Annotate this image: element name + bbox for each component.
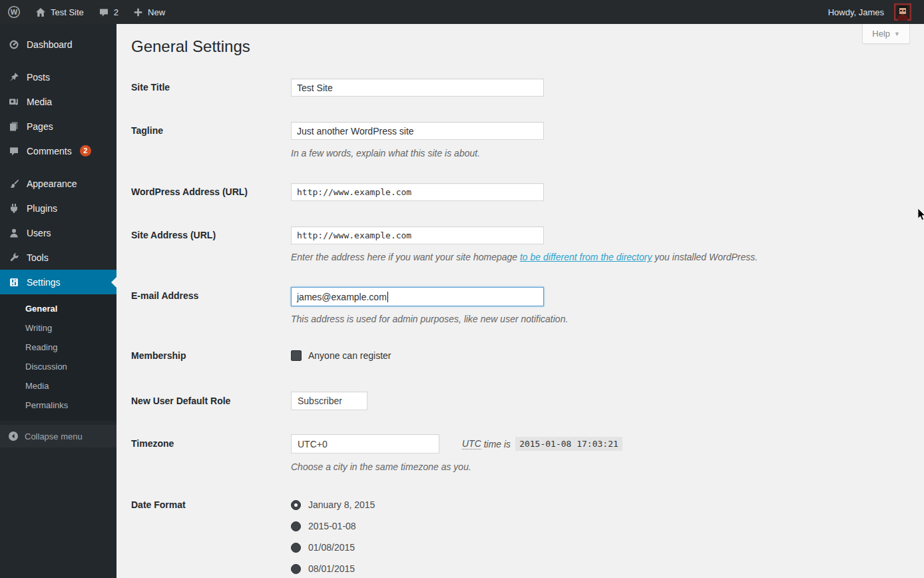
email-input[interactable]: james@example.com bbox=[291, 287, 544, 306]
my-account-menu[interactable]: Howdy, James bbox=[821, 0, 919, 24]
date-format-option[interactable]: 2015-01-08 bbox=[291, 521, 356, 531]
comments-count-badge: 2 bbox=[80, 145, 91, 156]
help-button[interactable]: Help ▼ bbox=[862, 24, 910, 44]
default-role-label: New User Default Role bbox=[131, 392, 291, 410]
user-icon bbox=[8, 228, 20, 238]
comments-shortcut[interactable]: 2 bbox=[91, 0, 126, 24]
submenu-item-media[interactable]: Media bbox=[0, 376, 116, 396]
different-directory-link[interactable]: to be different from the directory bbox=[520, 252, 652, 262]
sidebar-item-label: Users bbox=[27, 228, 51, 238]
sidebar-item-comments[interactable]: Comments 2 bbox=[0, 139, 116, 163]
main-content: Help ▼ General Settings Site Title Tagli… bbox=[116, 24, 924, 578]
mouse-cursor bbox=[918, 208, 924, 222]
membership-checkbox[interactable] bbox=[291, 350, 302, 361]
utc-abbr: UTC bbox=[462, 438, 481, 449]
svg-text:W: W bbox=[10, 9, 17, 16]
radio-icon[interactable] bbox=[291, 564, 301, 574]
plus-icon bbox=[133, 7, 143, 17]
pages-icon bbox=[8, 121, 20, 132]
sidebar-item-pages[interactable]: Pages bbox=[0, 114, 116, 139]
membership-checkbox-label: Anyone can register bbox=[308, 350, 391, 361]
sidebar-item-label: Pages bbox=[27, 121, 53, 132]
utc-time-code: 2015-01-08 17:03:21 bbox=[515, 437, 622, 451]
sidebar-item-label: Dashboard bbox=[27, 39, 73, 50]
default-role-select[interactable]: Subscriber bbox=[291, 392, 367, 410]
new-label: New bbox=[148, 7, 165, 17]
howdy-text: Howdy, James bbox=[828, 7, 884, 17]
tagline-input[interactable] bbox=[291, 122, 544, 140]
brush-icon bbox=[8, 178, 20, 189]
sidebar-item-label: Appearance bbox=[27, 178, 77, 189]
admin-sidebar: Dashboard Posts Media Pages Comments 2 A… bbox=[0, 24, 116, 578]
wordpress-logo-menu[interactable]: W bbox=[0, 0, 28, 24]
site-name: Test Site bbox=[51, 7, 84, 17]
submenu-item-general[interactable]: General bbox=[0, 299, 116, 318]
settings-submenu: General Writing Reading Discussion Media… bbox=[0, 294, 116, 421]
page-title: General Settings bbox=[131, 37, 250, 56]
admin-bar-comment-count: 2 bbox=[114, 7, 118, 17]
wp-address-label: WordPress Address (URL) bbox=[131, 183, 291, 201]
wp-address-input[interactable] bbox=[291, 183, 544, 201]
sidebar-item-label: Plugins bbox=[27, 203, 57, 214]
wordpress-logo-icon: W bbox=[7, 5, 21, 19]
collapse-menu-label: Collapse menu bbox=[25, 432, 83, 441]
pin-icon bbox=[8, 72, 20, 83]
submenu-item-writing[interactable]: Writing bbox=[0, 318, 116, 338]
timezone-label: Timezone bbox=[131, 434, 291, 453]
sidebar-item-plugins[interactable]: Plugins bbox=[0, 196, 116, 220]
sidebar-item-label: Posts bbox=[27, 72, 50, 83]
date-format-option[interactable]: January 8, 2015 bbox=[291, 499, 375, 510]
date-format-option[interactable]: 01/08/2015 bbox=[291, 542, 355, 553]
chevron-down-icon: ▼ bbox=[894, 31, 900, 37]
site-address-input[interactable] bbox=[291, 226, 544, 244]
membership-label: Membership bbox=[131, 350, 291, 362]
sidebar-item-dashboard[interactable]: Dashboard bbox=[0, 32, 116, 57]
plug-icon bbox=[8, 203, 20, 214]
sidebar-item-appearance[interactable]: Appearance bbox=[0, 171, 116, 196]
tagline-label: Tagline bbox=[131, 122, 291, 140]
collapse-menu-button[interactable]: Collapse menu bbox=[0, 425, 116, 447]
settings-sliders-icon bbox=[8, 277, 20, 288]
utc-time-display: UTC time is 2015-01-08 17:03:21 bbox=[462, 437, 622, 451]
date-format-row: Date Format January 8, 2015 2015-01-08 0… bbox=[131, 499, 911, 578]
media-icon bbox=[8, 97, 20, 107]
sidebar-item-label: Settings bbox=[27, 277, 61, 288]
tagline-description: In a few words, explain what this site i… bbox=[291, 148, 911, 158]
comment-bubble-icon bbox=[8, 146, 20, 156]
site-address-label: Site Address (URL) bbox=[131, 226, 291, 244]
email-label: E-mail Address bbox=[131, 287, 291, 305]
radio-icon[interactable] bbox=[291, 543, 301, 553]
sidebar-item-label: Comments bbox=[27, 146, 72, 156]
site-title-input[interactable] bbox=[291, 79, 544, 97]
comment-bubble-icon bbox=[99, 7, 109, 17]
home-icon bbox=[35, 7, 46, 17]
radio-icon[interactable] bbox=[291, 521, 301, 531]
visit-site-link[interactable]: Test Site bbox=[28, 0, 91, 24]
sidebar-item-label: Tools bbox=[27, 252, 49, 263]
submenu-item-reading[interactable]: Reading bbox=[0, 338, 116, 357]
sidebar-item-settings[interactable]: Settings bbox=[0, 270, 116, 294]
new-content-menu[interactable]: New bbox=[126, 0, 172, 24]
admin-bar: W Test Site 2 New Howdy, James bbox=[0, 0, 924, 24]
sidebar-item-label: Media bbox=[27, 97, 52, 107]
wrench-icon bbox=[8, 252, 20, 263]
dashboard-icon bbox=[8, 39, 20, 50]
sidebar-item-media[interactable]: Media bbox=[0, 89, 116, 114]
submenu-item-discussion[interactable]: Discussion bbox=[0, 357, 116, 376]
help-label: Help bbox=[872, 29, 890, 39]
email-description: This address is used for admin purposes,… bbox=[291, 314, 911, 324]
sidebar-item-posts[interactable]: Posts bbox=[0, 65, 116, 89]
text-caret bbox=[387, 292, 388, 302]
site-title-label: Site Title bbox=[131, 79, 291, 97]
sidebar-item-users[interactable]: Users bbox=[0, 220, 116, 245]
date-format-option[interactable]: 08/01/2015 bbox=[291, 563, 355, 574]
date-format-label: Date Format bbox=[131, 499, 291, 510]
radio-selected-icon[interactable] bbox=[291, 500, 301, 510]
collapse-arrow-icon bbox=[8, 431, 19, 441]
user-avatar bbox=[894, 3, 911, 21]
timezone-description: Choose a city in the same timezone as yo… bbox=[291, 461, 911, 472]
submenu-item-permalinks[interactable]: Permalinks bbox=[0, 396, 116, 415]
sidebar-item-tools[interactable]: Tools bbox=[0, 245, 116, 270]
timezone-select[interactable]: UTC+0 bbox=[291, 434, 439, 453]
site-address-description: Enter the address here if you want your … bbox=[291, 252, 911, 262]
